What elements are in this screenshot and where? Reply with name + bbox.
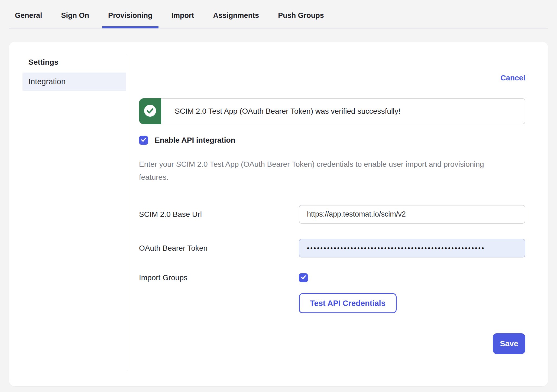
success-banner-accent [139, 98, 161, 124]
success-banner-text: SCIM 2.0 Test App (OAuth Bearer Token) w… [175, 107, 400, 116]
base-url-field-wrap [299, 205, 525, 224]
cancel-link[interactable]: Cancel [500, 74, 525, 82]
test-api-credentials-button[interactable]: Test API Credentials [299, 293, 397, 313]
tab-provisioning[interactable]: Provisioning [102, 0, 158, 28]
tab-sign-on[interactable]: Sign On [55, 0, 95, 28]
sidebar-item-label: Integration [28, 77, 66, 86]
cancel-row: Cancel [139, 74, 525, 82]
tab-push-groups[interactable]: Push Groups [272, 0, 330, 28]
base-url-input[interactable] [299, 205, 525, 224]
enable-api-checkbox[interactable] [139, 136, 148, 145]
base-url-row: SCIM 2.0 Base Url [139, 205, 525, 224]
tab-assignments[interactable]: Assignments [207, 0, 265, 28]
token-row: OAuth Bearer Token [139, 239, 525, 257]
settings-sidebar: Settings Integration [9, 42, 126, 386]
test-credentials-row: Test API Credentials [139, 293, 525, 313]
enable-api-row: Enable API integration [139, 136, 525, 145]
import-groups-field-wrap [299, 273, 525, 282]
app-tab-bar: General Sign On Provisioning Import Assi… [9, 0, 548, 28]
import-groups-row: Import Groups [139, 273, 525, 282]
import-groups-label: Import Groups [139, 273, 299, 282]
sidebar-item-integration[interactable]: Integration [22, 73, 126, 91]
checkmark-icon [300, 274, 306, 281]
provisioning-card: Settings Integration Cancel SCIM 2.0 Tes… [9, 42, 548, 386]
token-field-wrap [299, 239, 525, 257]
enable-api-label: Enable API integration [155, 136, 235, 145]
sidebar-heading: Settings [28, 57, 126, 67]
tab-import[interactable]: Import [166, 0, 200, 28]
token-input[interactable] [299, 239, 525, 257]
tab-general[interactable]: General [9, 0, 48, 28]
base-url-label: SCIM 2.0 Base Url [139, 210, 299, 219]
integration-panel: Cancel SCIM 2.0 Test App (OAuth Bearer T… [126, 42, 548, 386]
check-circle-icon [144, 104, 156, 118]
checkmark-icon [141, 137, 147, 144]
save-row: Save [139, 333, 525, 354]
success-banner-body: SCIM 2.0 Test App (OAuth Bearer Token) w… [161, 98, 525, 124]
import-groups-checkbox[interactable] [299, 273, 308, 282]
credentials-description: Enter your SCIM 2.0 Test App (OAuth Bear… [139, 158, 510, 184]
save-button[interactable]: Save [493, 333, 525, 354]
success-banner: SCIM 2.0 Test App (OAuth Bearer Token) w… [139, 98, 525, 124]
token-label: OAuth Bearer Token [139, 244, 299, 253]
